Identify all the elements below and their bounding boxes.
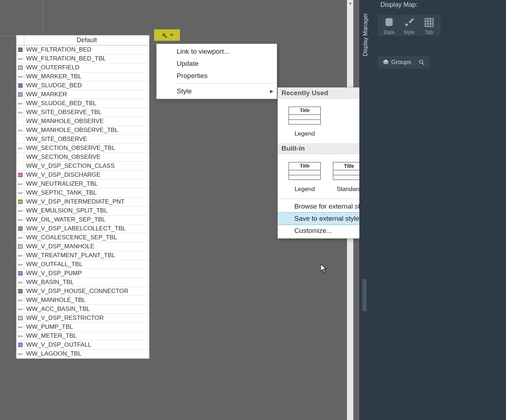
layer-swatch-cell (16, 81, 24, 90)
layer-swatch-cell (16, 45, 24, 54)
table-icon (424, 17, 434, 28)
viewport-dashed-outline (0, 0, 43, 36)
groups-button[interactable]: Groups (380, 57, 414, 67)
layer-row[interactable]: WW_V_DSP_RESTRICTOR (16, 314, 149, 323)
layer-row[interactable]: labelWW_LAGOON_TBL (16, 350, 149, 358)
layer-swatch-cell: label (16, 72, 24, 81)
layer-row[interactable]: WW_MANHOLE_OBSERVE (16, 117, 149, 126)
display-manager-secondary-toolbar: Groups (378, 56, 430, 69)
layers-icon (383, 59, 389, 65)
wrench-menu-button[interactable] (154, 29, 180, 41)
layer-row[interactable]: labelWW_FILTRATION_BED_TBL (16, 54, 149, 63)
tool-table[interactable]: Tab (420, 17, 438, 35)
layer-row[interactable]: labelWW_OIL_WATER_SEP_TBL (16, 215, 149, 224)
layer-row[interactable]: WW_SITE_OBSERVE (16, 135, 149, 144)
style-thumb-legend-recent[interactable]: Title Legend (289, 107, 321, 137)
color-swatch-icon (18, 65, 23, 70)
layer-name: WW_V_DSP_RESTRICTOR (24, 314, 104, 322)
layer-row[interactable]: WW_SLUDGE_BED (16, 81, 149, 90)
tool-style[interactable]: Style (400, 17, 418, 35)
menu-item-style[interactable]: Style (157, 85, 277, 97)
layer-row[interactable]: labelWW_SLUDGE_BED_TBL (16, 99, 149, 108)
layer-row[interactable]: labelWW_ACC_BASIN_TBL (16, 305, 149, 314)
layer-row[interactable]: labelWW_OUTFALL_TBL (16, 260, 149, 269)
layer-swatch-cell (16, 314, 24, 323)
layer-row[interactable]: labelWW_MARKER_TBL (16, 72, 149, 81)
layer-swatch-cell (16, 63, 24, 72)
layer-row[interactable]: labelWW_EMULSION_SPLIT_TBL (16, 206, 149, 215)
layer-row[interactable]: WW_V_DSP_LABELCOLLECT_TBL (16, 224, 149, 233)
menu-item-properties[interactable]: Properties (157, 70, 277, 82)
layer-name: WW_TREATMENT_PLANT_TBL (24, 252, 115, 259)
layer-row[interactable]: WW_V_DSP_PUMP (16, 269, 149, 278)
layer-row[interactable]: WW_MARKER (16, 90, 149, 99)
layer-table: Default WW_FILTRATION_BEDlabelWW_FILTRAT… (16, 35, 149, 359)
layer-row[interactable]: labelWW_TREATMENT_PLANT_TBL (16, 251, 149, 260)
layer-swatch-cell: label (16, 206, 24, 215)
display-map-label: Display Map: (380, 1, 418, 9)
layer-row[interactable]: labelWW_SEPTIC_TANK_TBL (16, 189, 149, 197)
layer-row[interactable]: WW_V_DSP_OUTFALL (16, 341, 149, 350)
display-manager-panel: Display Map: Display Manager Data Style … (359, 0, 506, 420)
layer-swatch-cell (16, 90, 24, 99)
layer-swatch-cell (16, 224, 24, 233)
layer-name: WW_V_DSP_SECTION_CLASS (24, 162, 115, 170)
empty-swatch-icon (18, 119, 23, 123)
layer-name: WW_V_DSP_LABELCOLLECT_TBL (24, 225, 126, 232)
color-swatch-icon (18, 244, 23, 249)
layer-row[interactable]: WW_SECTION_OBSERVE (16, 153, 149, 162)
layer-row[interactable]: WW_V_DSP_INTERMEDIATE_PNT (16, 197, 149, 206)
style-thumb-legend-builtin[interactable]: Title Legend (289, 162, 321, 193)
layer-row[interactable]: WW_OUTERFIELD (16, 63, 149, 72)
layer-name: WW_FILTRATION_BED_TBL (24, 55, 106, 62)
layer-row[interactable]: labelWW_MANHOLE_TBL (16, 296, 149, 305)
layer-name: WW_V_DSP_DISCHARGE (24, 171, 100, 179)
layer-row[interactable]: labelWW_PUMP_TBL (16, 323, 149, 332)
label-icon: label (18, 299, 23, 302)
caret-down-icon (170, 34, 173, 36)
label-icon: label (18, 111, 23, 114)
layer-swatch-cell: label (16, 233, 24, 242)
color-swatch-icon (18, 316, 23, 320)
layer-row[interactable]: WW_FILTRATION_BED (16, 45, 149, 54)
layer-name: WW_SECTION_OBSERVE (24, 153, 100, 161)
layer-swatch-cell: label (16, 296, 24, 305)
layer-swatch-cell (16, 197, 24, 206)
layer-row[interactable]: labelWW_BASIN_TBL (16, 278, 149, 287)
layer-swatch-cell: label (16, 180, 24, 189)
layer-row[interactable]: WW_V_DSP_MANHOLE (16, 242, 149, 251)
layer-row[interactable]: labelWW_SECTION_OBSERVE_TBL (16, 144, 149, 153)
layer-swatch-cell (16, 341, 24, 350)
layer-swatch-cell (16, 171, 24, 180)
label-icon: label (18, 210, 23, 212)
layer-row[interactable]: WW_V_DSP_HOUSE_CONNECTOR (16, 287, 149, 296)
layer-row[interactable]: labelWW_NEUTRALIZER_TBL (16, 180, 149, 189)
label-icon: label (18, 75, 23, 78)
layer-name: WW_MARKER (24, 91, 67, 98)
tool-data[interactable]: Data (380, 17, 398, 35)
layer-row[interactable]: labelWW_MANHOLE_OBSERVE_TBL (16, 126, 149, 135)
layer-swatch-cell: label (16, 332, 24, 341)
layer-row[interactable]: labelWW_SITE_OBSERVE_TBL (16, 108, 149, 117)
menu-item-link-viewport[interactable]: Link to viewport... (157, 45, 277, 58)
layer-row[interactable]: labelWW_METER_TBL (16, 332, 149, 341)
label-icon: label (18, 58, 23, 60)
tool-table-label: Tab (425, 29, 433, 35)
layer-name: WW_FILTRATION_BED (24, 46, 92, 53)
layer-name: WW_SITE_OBSERVE_TBL (24, 109, 102, 116)
color-swatch-icon (18, 83, 23, 88)
zoom-button[interactable] (416, 58, 428, 67)
display-manager-toolbar: Data Style Tab (378, 15, 441, 36)
layer-name: WW_MARKER_TBL (24, 73, 82, 80)
display-manager-side-tab[interactable]: Display Manager (360, 4, 371, 65)
color-swatch-icon (18, 343, 23, 347)
layer-table-header-label[interactable]: Default (24, 35, 149, 45)
svg-point-6 (419, 60, 423, 63)
layer-swatch-cell (16, 117, 24, 126)
layer-name: WW_V_DSP_HOUSE_CONNECTOR (24, 288, 128, 295)
panel-scrollbar-thumb[interactable] (362, 279, 367, 311)
layer-row[interactable]: labelWW_COALESCENCE_SEP_TBL (16, 233, 149, 242)
layer-row[interactable]: WW_V_DSP_SECTION_CLASS (16, 162, 149, 171)
menu-item-update[interactable]: Update (157, 58, 277, 70)
layer-row[interactable]: WW_V_DSP_DISCHARGE (16, 171, 149, 180)
